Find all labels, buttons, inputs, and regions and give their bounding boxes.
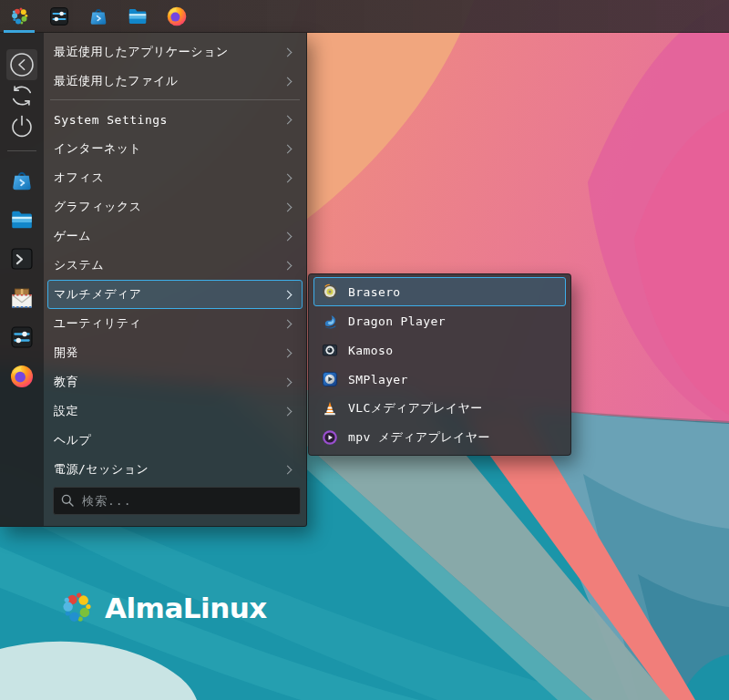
app-label: Brasero <box>348 285 401 299</box>
category-multimedia[interactable]: マルチメディア <box>47 280 303 309</box>
app-label: VLCメディアプレイヤー <box>348 400 483 417</box>
category-power-session[interactable]: 電源/セッション <box>47 455 303 484</box>
shutdown-button[interactable] <box>6 111 37 142</box>
category-recent-applications[interactable]: 最近使用したアプリケーション <box>47 37 303 67</box>
category-label: 電源/セッション <box>54 461 149 478</box>
application-launcher-menu: 最近使用したアプリケーション 最近使用したファイル System Setting… <box>0 33 307 527</box>
category-development[interactable]: 開発 <box>47 338 303 367</box>
firefox-icon <box>166 5 188 27</box>
kamoso-icon <box>322 342 338 358</box>
almalinux-logo-text: AlmaLinux <box>105 592 267 624</box>
category-utilities[interactable]: ユーティリティ <box>47 309 303 338</box>
category-label: ゲーム <box>54 228 91 244</box>
category-label: グラフィックス <box>54 199 142 215</box>
category-label: System Settings <box>54 113 168 127</box>
favorite-file-manager[interactable] <box>3 200 42 239</box>
shutdown-icon <box>7 112 36 141</box>
discover-icon <box>9 168 35 193</box>
konsole-icon <box>9 246 35 272</box>
app-label: Kamoso <box>348 344 393 357</box>
chevron-right-icon <box>283 465 293 474</box>
favorite-discover[interactable] <box>3 160 42 200</box>
category-system[interactable]: システム <box>47 251 303 280</box>
restart-icon <box>7 81 36 110</box>
smplayer-icon <box>322 371 338 387</box>
restart-button[interactable] <box>6 80 37 111</box>
chevron-right-icon <box>283 319 293 328</box>
chevron-right-icon <box>283 290 293 299</box>
system-settings-icon <box>9 324 35 350</box>
chevron-right-icon <box>283 173 293 182</box>
almalinux-launcher-icon <box>9 5 31 27</box>
category-internet[interactable]: インターネット <box>47 134 303 163</box>
category-games[interactable]: ゲーム <box>47 221 303 251</box>
launcher-sidebar <box>0 33 44 526</box>
chevron-right-icon <box>283 232 293 241</box>
multimedia-submenu: Brasero Dragon Player Kamoso SMPlayer VL… <box>308 273 571 456</box>
category-graphics[interactable]: グラフィックス <box>47 192 303 221</box>
back-icon <box>7 50 36 79</box>
chevron-right-icon <box>283 407 293 416</box>
kontact-mail-icon <box>9 285 35 311</box>
category-label: オフィス <box>54 170 104 186</box>
app-kamoso[interactable]: Kamoso <box>313 335 566 365</box>
category-label: システム <box>54 257 104 273</box>
category-label: 最近使用したファイル <box>54 73 179 89</box>
category-settings[interactable]: 設定 <box>47 396 303 426</box>
app-label: mpv メディアプレイヤー <box>348 429 490 446</box>
sidebar-separator <box>7 150 36 151</box>
favorite-system-settings[interactable] <box>3 317 42 356</box>
category-label: ユーティリティ <box>54 315 141 332</box>
category-label: 教育 <box>54 374 78 390</box>
application-launcher-button[interactable] <box>0 0 39 33</box>
category-office[interactable]: オフィス <box>47 163 303 192</box>
taskbar-system-settings-button[interactable] <box>39 0 78 33</box>
app-label: SMPlayer <box>348 373 408 386</box>
category-recent-files[interactable]: 最近使用したファイル <box>47 67 303 96</box>
search-box <box>53 487 301 515</box>
search-input[interactable] <box>53 487 301 515</box>
vlc-icon <box>322 400 338 417</box>
taskbar-file-manager-button[interactable] <box>118 0 157 33</box>
menu-separator <box>50 99 300 100</box>
category-label: 開発 <box>54 345 78 361</box>
category-list: 最近使用したアプリケーション 最近使用したファイル System Setting… <box>44 33 306 526</box>
brasero-icon <box>322 283 338 300</box>
favorite-kontact[interactable] <box>3 278 42 317</box>
favorite-konsole[interactable] <box>3 239 42 278</box>
chevron-right-icon <box>283 47 293 57</box>
dragon-player-icon <box>322 313 338 329</box>
top-panel <box>0 0 729 33</box>
almalinux-desktop-logo: AlmaLinux <box>58 589 267 627</box>
chevron-right-icon <box>283 77 293 86</box>
category-label: マルチメディア <box>54 286 142 303</box>
file-manager-icon <box>127 5 149 27</box>
app-mpv[interactable]: mpv メディアプレイヤー <box>313 423 566 452</box>
category-system-settings[interactable]: System Settings <box>47 105 303 134</box>
chevron-right-icon <box>283 377 293 386</box>
app-brasero[interactable]: Brasero <box>313 277 566 306</box>
chevron-right-icon <box>283 348 293 357</box>
chevron-right-icon <box>283 144 293 153</box>
app-dragon-player[interactable]: Dragon Player <box>313 306 566 335</box>
chevron-right-icon <box>283 202 293 211</box>
category-label: 設定 <box>54 403 78 419</box>
category-label: 最近使用したアプリケーション <box>54 44 229 60</box>
taskbar-firefox-button[interactable] <box>157 0 196 33</box>
mpv-icon <box>322 429 338 446</box>
category-help[interactable]: ヘルプ <box>47 426 303 455</box>
app-vlc[interactable]: VLCメディアプレイヤー <box>313 394 566 423</box>
app-smplayer[interactable]: SMPlayer <box>313 365 566 394</box>
favorite-firefox[interactable] <box>3 356 42 396</box>
firefox-icon <box>9 364 35 389</box>
chevron-right-icon <box>283 115 293 124</box>
back-button[interactable] <box>6 49 37 80</box>
category-education[interactable]: 教育 <box>47 367 303 396</box>
category-label: ヘルプ <box>54 432 91 448</box>
category-label: インターネット <box>54 140 141 157</box>
app-label: Dragon Player <box>348 314 446 328</box>
taskbar-discover-button[interactable] <box>78 0 118 33</box>
discover-icon <box>87 5 109 27</box>
almalinux-logo-icon <box>58 589 97 627</box>
system-settings-icon <box>48 5 70 27</box>
